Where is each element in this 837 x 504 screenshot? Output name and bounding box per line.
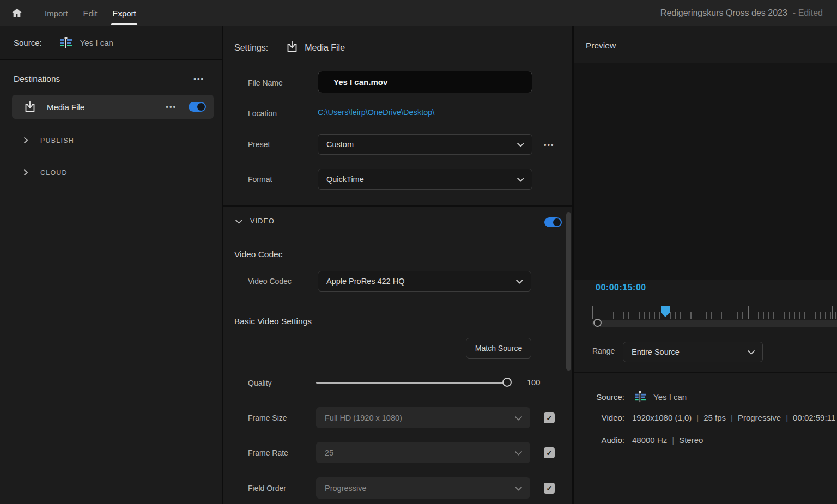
tab-edit[interactable]: Edit: [76, 0, 105, 26]
video-scan-type: Progressive: [738, 413, 781, 422]
preset-label: Preset: [248, 140, 270, 149]
quality-label: Quality: [248, 379, 272, 387]
frame-size-label: Frame Size: [248, 414, 287, 422]
chevron-down-icon: [517, 139, 524, 149]
audio-info-label: Audio:: [592, 435, 624, 445]
audio-info-values: 48000 Hz | Stereo: [632, 435, 703, 445]
video-section-label: VIDEO: [250, 217, 275, 225]
chevron-down-icon: [516, 276, 523, 286]
field-order-checkbox[interactable]: ✓: [544, 483, 555, 494]
video-info-row: Video: 1920x1080 (1,0) | 25 fps | Progre…: [592, 413, 835, 422]
destination-media-file[interactable]: Media File •••: [12, 95, 214, 119]
location-link[interactable]: C:\Users\leirp\OneDrive\Desktop\: [318, 108, 434, 117]
frame-rate-label: Frame Rate: [248, 448, 288, 457]
format-label: Format: [248, 175, 272, 184]
range-dropdown[interactable]: Entire Source: [623, 342, 763, 362]
cloud-label: CLOUD: [40, 169, 68, 177]
separator: |: [672, 435, 674, 445]
video-codec-dropdown[interactable]: Apple ProRes 422 HQ: [318, 271, 531, 292]
audio-info-row: Audio: 48000 Hz | Stereo: [592, 435, 703, 445]
format-dropdown[interactable]: QuickTime: [318, 169, 532, 190]
chevron-right-icon: [23, 168, 29, 178]
audio-channels: Stereo: [679, 435, 703, 445]
chevron-right-icon: [23, 136, 29, 145]
file-name-label: File Name: [248, 78, 283, 87]
timeline-scroll-handle[interactable]: [593, 319, 602, 327]
preview-title: Preview: [586, 41, 616, 51]
media-file-icon: [286, 41, 298, 55]
separator: |: [731, 413, 733, 422]
chevron-down-icon: [517, 174, 524, 184]
project-title: Redigeringskurs Qross des 2023 - Edited: [660, 0, 823, 26]
publish-label: PUBLISH: [40, 137, 74, 144]
frame-size-checkbox[interactable]: ✓: [544, 412, 555, 423]
tab-export[interactable]: Export: [105, 0, 143, 26]
media-file-label: Media File: [47, 102, 166, 112]
group-cloud[interactable]: CLOUD: [0, 166, 222, 179]
source-info-row: Source: Yes I can: [592, 391, 687, 403]
video-codec-value: Apple ProRes 422 HQ: [326, 277, 516, 286]
chevron-down-icon: [515, 448, 522, 458]
video-duration: 00:02:59:11: [793, 413, 835, 422]
chevron-down-icon: [748, 347, 755, 357]
field-order-dropdown: Progressive: [316, 477, 530, 499]
video-info-values: 1920x1080 (1,0) | 25 fps | Progressive |…: [632, 413, 835, 422]
range-value: Entire Source: [632, 348, 748, 356]
settings-label: Settings:: [234, 43, 268, 53]
settings-header: Settings: Media File: [234, 41, 345, 55]
audio-sample-rate: 48000 Hz: [632, 435, 667, 445]
basic-video-settings-title: Basic Video Settings: [234, 317, 312, 326]
export-window: Import Edit Export Redigeringskurs Qross…: [0, 0, 837, 504]
media-file-toggle[interactable]: [189, 102, 206, 112]
source-name: Yes I can: [653, 392, 687, 402]
timeline-ruler[interactable]: [592, 303, 837, 319]
vertical-scrollbar[interactable]: [566, 212, 571, 371]
destinations-title: Destinations: [14, 74, 60, 84]
quality-slider-handle[interactable]: [502, 378, 512, 387]
frame-rate-value: 25: [325, 448, 515, 457]
sequence-icon: [635, 391, 646, 403]
separator: |: [786, 413, 788, 422]
match-source-button[interactable]: Match Source: [466, 338, 531, 359]
settings-destination-name: Media File: [305, 43, 345, 53]
video-framerate: 25 fps: [703, 413, 726, 422]
quality-slider-track[interactable]: [316, 382, 507, 384]
destinations-header: Destinations •••: [0, 60, 222, 92]
video-section-toggle[interactable]: [544, 217, 562, 227]
sequence-icon: [60, 37, 72, 48]
field-order-label: Field Order: [248, 484, 286, 493]
frame-rate-checkbox[interactable]: ✓: [544, 447, 555, 458]
video-section-header[interactable]: VIDEO: [235, 216, 275, 226]
file-name-input[interactable]: [318, 71, 532, 93]
project-name: Redigeringskurs Qross des 2023: [660, 8, 787, 18]
field-order-value: Progressive: [325, 484, 515, 493]
video-codec-group-title: Video Codec: [234, 250, 282, 259]
media-file-more-icon[interactable]: •••: [166, 104, 177, 111]
source-name: Yes I can: [80, 38, 113, 47]
preset-value: Custom: [326, 140, 517, 149]
video-codec-label: Video Codec: [248, 277, 292, 286]
preset-dropdown[interactable]: Custom: [318, 134, 532, 155]
frame-size-dropdown: Full HD (1920 x 1080): [316, 407, 530, 428]
major-tick: [748, 306, 749, 319]
separator: |: [696, 413, 699, 422]
destinations-more-icon[interactable]: •••: [193, 76, 204, 83]
major-tick: [592, 306, 593, 319]
quality-value: 100: [527, 378, 540, 387]
edited-badge: - Edited: [793, 8, 823, 18]
playhead[interactable]: [661, 306, 670, 317]
section-divider: [223, 205, 572, 207]
timeline-scrollbar[interactable]: [592, 320, 837, 327]
chevron-down-icon: [515, 483, 522, 493]
preset-more-icon[interactable]: •••: [544, 142, 555, 149]
chevron-down-icon: [515, 413, 522, 423]
source-label: Source:: [592, 392, 624, 402]
home-button[interactable]: [4, 0, 29, 26]
main-area: Source: Yes I can Destinations ••• Media…: [0, 26, 837, 504]
mode-tabs: Import Edit Export: [37, 0, 144, 26]
range-label: Range: [592, 347, 615, 355]
source-header: Source: Yes I can: [0, 26, 222, 60]
chevron-down-icon: [235, 216, 242, 226]
group-publish[interactable]: PUBLISH: [0, 134, 222, 147]
tab-import[interactable]: Import: [37, 0, 76, 26]
